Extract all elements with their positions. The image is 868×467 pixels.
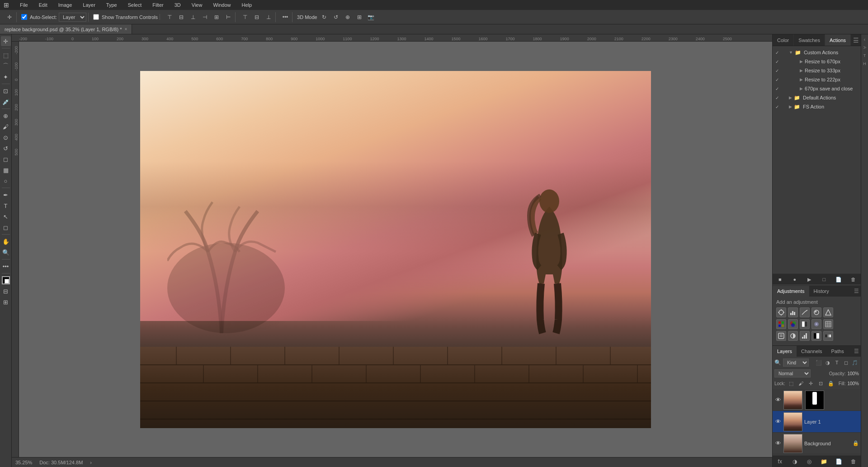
- menu-edit[interactable]: Edit: [37, 1, 49, 9]
- eraser-tool[interactable]: ◻: [1, 154, 11, 164]
- tab-layers[interactable]: Layers: [773, 346, 797, 357]
- adj-gradient-map-btn[interactable]: [823, 331, 833, 341]
- move-tool[interactable]: ✛: [1, 36, 11, 46]
- gradient-tool[interactable]: ▦: [1, 165, 11, 175]
- clone-tool[interactable]: ⊙: [1, 132, 11, 142]
- foreground-background-color[interactable]: [2, 276, 10, 284]
- lock-transparent-btn[interactable]: ⬚: [787, 379, 795, 387]
- auto-select-checkbox[interactable]: [21, 14, 27, 20]
- adj-exposure-btn[interactable]: [811, 307, 821, 317]
- adj-colorlookup-btn[interactable]: [776, 331, 786, 341]
- delete-action-btn[interactable]: 🗑: [848, 274, 859, 284]
- adj-colorbalance-btn[interactable]: [788, 319, 798, 329]
- tab-swatches[interactable]: Swatches: [794, 34, 825, 46]
- crop-tool[interactable]: ⊡: [1, 86, 11, 96]
- menu-select[interactable]: Select: [126, 1, 144, 9]
- adj-brightness-btn[interactable]: [776, 307, 786, 317]
- 3d-cam-btn[interactable]: 📷: [366, 12, 376, 22]
- play-btn[interactable]: ▶: [804, 274, 815, 284]
- hand-tool[interactable]: ✋: [1, 236, 11, 246]
- icon-a-btn[interactable]: A: [862, 44, 868, 51]
- action-group-row-default[interactable]: ✓ ▶ 📁 Default Actions: [773, 93, 861, 102]
- action-row-resize333[interactable]: ✓ ▶ Resize to 333px: [773, 66, 861, 75]
- selection-tool[interactable]: ⬚: [1, 50, 11, 60]
- more-btn[interactable]: •••: [280, 12, 290, 22]
- panel-menu-btn[interactable]: ☰: [853, 37, 859, 44]
- action-row-save670[interactable]: ✓ ▶ 670px save and close: [773, 84, 861, 93]
- dist-bottom-btn[interactable]: ⊥: [264, 12, 274, 22]
- lock-all-btn[interactable]: 🔒: [827, 379, 835, 387]
- adj-channelmixer-btn[interactable]: [823, 319, 833, 329]
- pen-tool[interactable]: ✒: [1, 190, 11, 200]
- menu-view[interactable]: View: [190, 1, 204, 9]
- layer-row-1-masked[interactable]: 👁: [773, 389, 861, 411]
- layer-row-background[interactable]: 👁 Background 🔒: [773, 433, 861, 454]
- tab-actions[interactable]: Actions: [825, 34, 851, 46]
- tab-color[interactable]: Color: [773, 34, 794, 46]
- adj-invert-btn[interactable]: [788, 331, 798, 341]
- lock-artboard-btn[interactable]: ⊡: [817, 379, 825, 387]
- record-btn[interactable]: ●: [789, 274, 800, 284]
- action-group-row-fs[interactable]: ✓ ▶ 📁 FS Action: [773, 102, 861, 111]
- align-top-btn[interactable]: ⊤: [165, 12, 175, 22]
- fill-value[interactable]: 100%: [847, 381, 859, 386]
- filter-pixel-btn[interactable]: ⬛: [815, 359, 823, 367]
- tab-channels[interactable]: Channels: [797, 346, 826, 357]
- adj-photofilter-btn[interactable]: [811, 319, 821, 329]
- stop-btn[interactable]: ■: [774, 274, 785, 284]
- 3d-snap-btn[interactable]: ⊕: [343, 12, 353, 22]
- history-brush-tool[interactable]: ↺: [1, 143, 11, 153]
- menu-window[interactable]: Window: [211, 1, 232, 9]
- adj-levels-btn[interactable]: [788, 307, 798, 317]
- opacity-value[interactable]: 100%: [847, 371, 859, 376]
- action-row-resize670[interactable]: ✓ ▶ Resize to 670px: [773, 57, 861, 66]
- align-vert-btn[interactable]: ⊟: [176, 12, 186, 22]
- layers-kind-select[interactable]: Kind Name Effect: [783, 359, 809, 367]
- icon-h-btn[interactable]: H: [862, 61, 868, 67]
- extra-tools-btn[interactable]: •••: [1, 261, 11, 271]
- menu-file[interactable]: File: [18, 1, 30, 9]
- dist-top-btn[interactable]: ⊤: [240, 12, 250, 22]
- auto-select-select[interactable]: Layer Group: [59, 13, 86, 22]
- adj-curves-btn[interactable]: [800, 307, 810, 317]
- 3d-rotate-btn[interactable]: ↻: [319, 12, 329, 22]
- dodge-tool[interactable]: ○: [1, 176, 11, 186]
- action-group-row-custom[interactable]: ✓ ▼ 📁 Custom Actions: [773, 48, 861, 57]
- menu-3d[interactable]: 3D: [173, 1, 183, 9]
- tab-history[interactable]: History: [809, 286, 834, 297]
- menu-layer[interactable]: Layer: [81, 1, 97, 9]
- new-layer-btn[interactable]: 📄: [834, 457, 844, 467]
- lock-paint-btn[interactable]: 🖌: [797, 379, 805, 387]
- collapse-panel-btn[interactable]: ‹: [862, 36, 868, 42]
- icon-t-btn[interactable]: T: [862, 52, 868, 59]
- filter-adj-btn[interactable]: ◑: [824, 359, 832, 367]
- add-mask-btn[interactable]: ◑: [790, 457, 800, 467]
- doc-tab-close[interactable]: ×: [124, 27, 127, 32]
- layer-visibility-1[interactable]: 👁: [774, 396, 782, 404]
- adj-vibrance-btn[interactable]: [823, 307, 833, 317]
- doc-tab[interactable]: replace background.psd @ 35.2% (Layer 1,…: [0, 24, 132, 34]
- delete-layer-btn[interactable]: 🗑: [849, 457, 859, 467]
- eyedropper-tool[interactable]: 💉: [1, 97, 11, 107]
- layers-panel-menu[interactable]: ☰: [854, 348, 859, 354]
- layer-visibility-layer1[interactable]: 👁: [774, 418, 782, 425]
- align-horiz-btn[interactable]: ⊞: [212, 12, 222, 22]
- adj-hsl-btn[interactable]: [776, 319, 786, 329]
- layer-row-layer1[interactable]: 👁 Layer 1: [773, 411, 861, 433]
- new-fill-adj-btn[interactable]: ◎: [804, 457, 814, 467]
- layer-visibility-bg[interactable]: 👁: [774, 440, 782, 447]
- blend-mode-select[interactable]: Normal Multiply Screen Overlay: [774, 369, 811, 377]
- 3d-axis-btn[interactable]: ⊞: [354, 12, 364, 22]
- brush-tool[interactable]: 🖌: [1, 122, 11, 132]
- adj-panel-menu[interactable]: ☰: [854, 288, 859, 294]
- path-selection-tool[interactable]: ↖: [1, 212, 11, 222]
- menu-help[interactable]: Help: [240, 1, 254, 9]
- menu-image[interactable]: Image: [57, 1, 74, 9]
- spot-healing-tool[interactable]: ⊕: [1, 111, 11, 121]
- filter-type-btn[interactable]: T: [833, 359, 841, 367]
- show-transform-checkbox[interactable]: [93, 14, 99, 20]
- filter-shape-btn[interactable]: ◻: [842, 359, 850, 367]
- adj-bw-btn[interactable]: [800, 319, 810, 329]
- canvas-viewport[interactable]: [19, 42, 772, 457]
- tab-adjustments[interactable]: Adjustments: [773, 286, 809, 297]
